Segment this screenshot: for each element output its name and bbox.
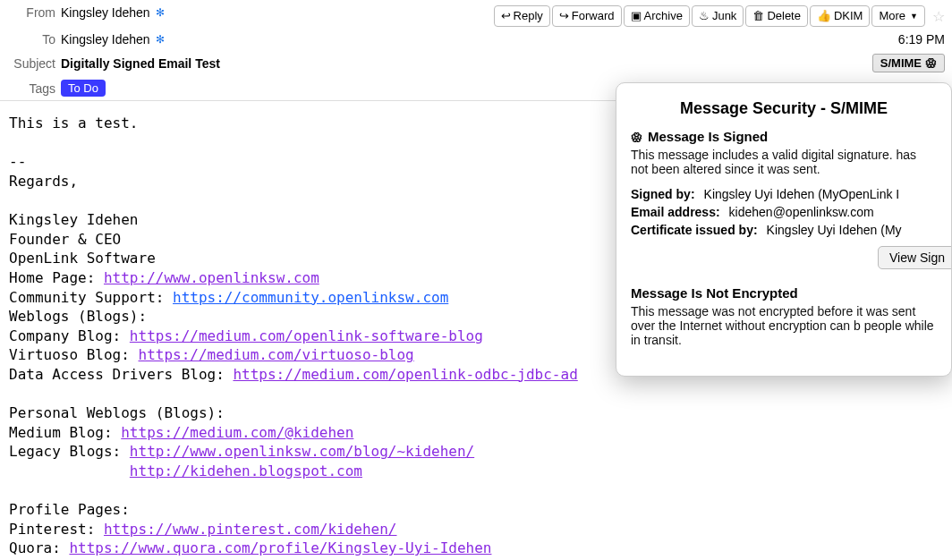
medium-blog-link[interactable]: https://medium.com/@kidehen xyxy=(121,424,353,441)
message-security-popover: Message Security - S/MIME Message Is Sig… xyxy=(616,82,952,377)
body-text-line: Kingsley Idehen xyxy=(9,211,139,228)
dkim-label: DKIM xyxy=(834,8,863,24)
reply-button[interactable]: ↩Reply xyxy=(494,5,550,27)
more-label: More xyxy=(879,8,905,24)
email-value: kidehen@openlinksw.com xyxy=(729,205,874,219)
trash-icon: 🗑 xyxy=(752,8,764,24)
homepage-link[interactable]: http://www.openlinksw.com xyxy=(104,269,319,286)
archive-button[interactable]: ▣Archive xyxy=(624,5,690,27)
signed-by-row: Signed by: Kingsley Uyi Idehen (MyOpenLi… xyxy=(631,187,937,201)
email-row: Email address: kidehen@openlinksw.com xyxy=(631,205,937,219)
thumbs-up-icon: 👍 xyxy=(817,8,831,24)
legacy-blog-link-2[interactable]: http://kidehen.blogspot.com xyxy=(130,462,362,479)
not-encrypted-heading: Message Is Not Encrypted xyxy=(631,285,937,301)
body-text-line: Personal Weblogs (Blogs): xyxy=(9,404,225,421)
body-text-line: Weblogs (Blogs): xyxy=(9,308,147,325)
body-label: Medium Blog: xyxy=(9,424,121,441)
junk-label: Junk xyxy=(712,8,736,24)
body-text-line: -- xyxy=(9,153,26,170)
body-text-line: Founder & CEO xyxy=(9,231,121,248)
tag-todo[interactable]: To Do xyxy=(61,80,106,97)
delete-label: Delete xyxy=(767,8,801,24)
junk-button[interactable]: ♨Junk xyxy=(692,5,744,27)
star-icon[interactable]: ☆ xyxy=(927,8,947,25)
signed-by-label: Signed by: xyxy=(631,187,695,201)
to-label: To xyxy=(7,32,61,47)
quora-link[interactable]: https://www.quora.com/profile/Kingsley-U… xyxy=(69,539,491,556)
from-value[interactable]: Kingsley Idehen ✻ xyxy=(61,5,166,20)
body-text-line: Regards, xyxy=(9,173,78,190)
message-time: 6:19 PM xyxy=(898,32,945,47)
popover-title: Message Security - S/MIME xyxy=(631,99,937,118)
forward-icon: ↪ xyxy=(559,8,569,24)
body-label: Company Blog: xyxy=(9,327,130,344)
virtuoso-blog-link[interactable]: https://medium.com/virtuoso-blog xyxy=(139,346,414,363)
signed-heading-text: Message Is Signed xyxy=(648,129,768,144)
ribbon-icon xyxy=(925,56,937,70)
forward-button[interactable]: ↪Forward xyxy=(552,5,622,27)
not-encrypted-description: This message was not encrypted before it… xyxy=(631,304,937,347)
cert-value: Kingsley Uyi Idehen (My xyxy=(767,223,902,237)
body-label: Legacy Blogs: xyxy=(9,443,130,460)
archive-label: Archive xyxy=(644,8,683,24)
pinterest-link[interactable]: https://www.pinterest.com/kidehen/ xyxy=(104,521,397,538)
legacy-blog-link-1[interactable]: http://www.openlinksw.com/blog/~kidehen/ xyxy=(130,443,474,460)
smime-badge[interactable]: S/MIME xyxy=(872,54,945,72)
drivers-blog-link[interactable]: https://medium.com/openlink-odbc-jdbc-ad xyxy=(233,366,577,383)
signed-by-value: Kingsley Uyi Idehen (MyOpenLink I xyxy=(704,187,900,201)
body-text-line: Profile Pages: xyxy=(9,501,130,518)
reply-label: Reply xyxy=(514,8,543,24)
body-text-line: OpenLink Software xyxy=(9,250,156,267)
dkim-button[interactable]: 👍DKIM xyxy=(810,5,871,27)
smime-label: S/MIME xyxy=(880,56,922,70)
company-blog-link[interactable]: https://medium.com/openlink-software-blo… xyxy=(130,327,483,344)
verified-sender-icon: ✻ xyxy=(154,6,166,19)
body-label: Community Support: xyxy=(9,289,173,306)
body-label: Pinterest: xyxy=(9,521,104,538)
subject-value: Digitally Signed Email Test xyxy=(61,56,220,71)
view-signature-button[interactable]: View Sign xyxy=(878,246,952,269)
verified-recipient-icon: ✻ xyxy=(154,33,166,46)
signed-description: This message includes a valid digital si… xyxy=(631,148,937,176)
to-name: Kingsley Idehen xyxy=(61,32,150,47)
body-label: Home Page: xyxy=(9,269,104,286)
chevron-down-icon: ▼ xyxy=(910,11,918,22)
to-value[interactable]: Kingsley Idehen ✻ xyxy=(61,32,166,47)
signed-heading: Message Is Signed xyxy=(631,129,937,144)
message-toolbar: ↩Reply ↪Forward ▣Archive ♨Junk 🗑Delete 👍… xyxy=(494,5,947,27)
body-indent xyxy=(9,462,130,479)
cert-label: Certificate issued by: xyxy=(631,223,758,237)
from-name: Kingsley Idehen xyxy=(61,5,150,20)
email-label: Email address: xyxy=(631,205,720,219)
forward-label: Forward xyxy=(572,8,615,24)
body-label: Data Access Drivers Blog: xyxy=(9,366,233,383)
body-text-line: This is a test. xyxy=(9,115,139,132)
junk-icon: ♨ xyxy=(699,8,710,24)
subject-label: Subject xyxy=(7,56,61,71)
ribbon-icon xyxy=(631,129,642,144)
body-label: Virtuoso Blog: xyxy=(9,346,139,363)
tags-label: Tags xyxy=(7,81,61,96)
from-label: From xyxy=(7,5,61,20)
body-label: Quora: xyxy=(9,539,69,556)
community-link[interactable]: https://community.openlinksw.com xyxy=(173,289,448,306)
reply-icon: ↩ xyxy=(501,8,511,24)
delete-button[interactable]: 🗑Delete xyxy=(745,5,808,27)
cert-row: Certificate issued by: Kingsley Uyi Ideh… xyxy=(631,223,937,237)
archive-icon: ▣ xyxy=(631,8,642,24)
more-button[interactable]: More▼ xyxy=(871,5,925,27)
